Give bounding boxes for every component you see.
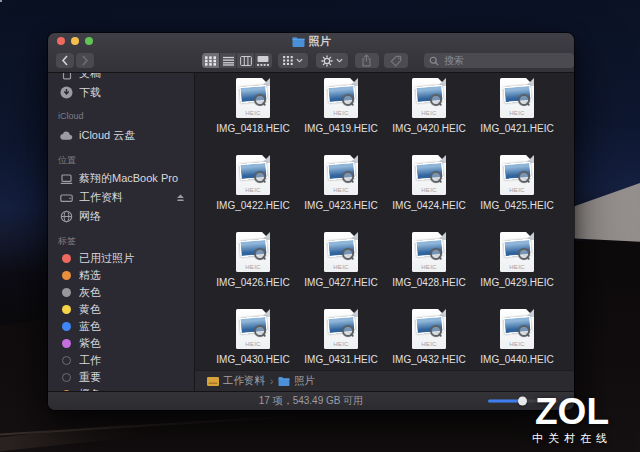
- magnifier-icon: [518, 171, 530, 183]
- sidebar-tag-item[interactable]: 紫色: [48, 335, 194, 352]
- sidebar-section-header: iCloud: [58, 111, 194, 123]
- sidebar-tag-item[interactable]: 工作: [48, 352, 194, 369]
- sidebar-section-header: 位置: [58, 154, 194, 166]
- heic-file-icon: HEIC: [412, 309, 446, 349]
- file-item[interactable]: HEICIMG_0421.HEIC: [473, 77, 561, 154]
- file-name: IMG_0422.HEIC: [216, 200, 289, 211]
- file-item[interactable]: HEICIMG_0432.HEIC: [385, 308, 473, 370]
- file-item[interactable]: HEICIMG_0420.HEIC: [385, 77, 473, 154]
- laptop-icon: [60, 172, 73, 185]
- sidebar-item[interactable]: 文稿: [48, 73, 194, 83]
- magnifier-icon: [518, 94, 530, 106]
- heic-file-icon: HEIC: [500, 155, 534, 195]
- doc-ext-label: HEIC: [412, 264, 446, 270]
- heic-file-icon: HEIC: [500, 78, 534, 118]
- sidebar-item[interactable]: 蔡翔的MacBook Pro: [48, 169, 194, 188]
- file-name: IMG_0427.HEIC: [304, 277, 377, 288]
- sidebar-tag-item[interactable]: 蓝色: [48, 318, 194, 335]
- file-item[interactable]: HEICIMG_0425.HEIC: [473, 154, 561, 231]
- eject-icon[interactable]: [175, 193, 186, 203]
- tag-color-dot: [62, 305, 71, 314]
- sidebar-item-label: 紫色: [79, 336, 186, 351]
- list-view-button[interactable]: [220, 53, 238, 68]
- magnifier-icon: [430, 171, 442, 183]
- sidebar-tag-item[interactable]: 重要: [48, 369, 194, 386]
- magnifier-icon: [342, 325, 354, 337]
- group-button[interactable]: [278, 53, 308, 68]
- icon-view-button[interactable]: [202, 53, 220, 68]
- zol-watermark: ZOL 中关村在线: [512, 394, 632, 446]
- files-grid: HEICIMG_0418.HEICHEICIMG_0419.HEICHEICIM…: [195, 73, 574, 370]
- path-item-label: 照片: [294, 374, 315, 388]
- view-mode-control: [202, 53, 272, 68]
- column-view-button[interactable]: [237, 53, 255, 68]
- sidebar-item[interactable]: 工作资料: [48, 188, 194, 207]
- file-name: IMG_0426.HEIC: [216, 277, 289, 288]
- action-button[interactable]: [316, 53, 348, 68]
- sidebar-item-label: 工作: [79, 353, 186, 368]
- sidebar-item-label: 网络: [79, 209, 186, 224]
- doc-ext-label: HEIC: [236, 187, 270, 193]
- heic-file-icon: HEIC: [324, 232, 358, 272]
- sidebar-item[interactable]: iCloud 云盘: [48, 126, 194, 145]
- file-item[interactable]: HEICIMG_0426.HEIC: [209, 231, 297, 308]
- sidebar: 文稿下载iCloudiCloud 云盘位置蔡翔的MacBook Pro工作资料网…: [48, 73, 195, 391]
- tag-button[interactable]: [384, 53, 408, 68]
- file-item[interactable]: HEICIMG_0430.HEIC: [209, 308, 297, 370]
- desktop: 照片: [0, 0, 640, 452]
- tag-color-dot: [62, 322, 71, 331]
- file-item[interactable]: HEICIMG_0428.HEIC: [385, 231, 473, 308]
- magnifier-icon: [518, 248, 530, 260]
- file-name: IMG_0418.HEIC: [216, 123, 289, 134]
- file-item[interactable]: HEICIMG_0422.HEIC: [209, 154, 297, 231]
- cloud-icon: [60, 129, 73, 142]
- magnifier-icon: [254, 94, 266, 106]
- path-item-parent[interactable]: 工作资料: [207, 374, 265, 388]
- file-item[interactable]: HEICIMG_0431.HEIC: [297, 308, 385, 370]
- sidebar-tag-item[interactable]: 黄色: [48, 301, 194, 318]
- magnifier-icon: [430, 94, 442, 106]
- search-input[interactable]: [442, 54, 569, 67]
- sidebar-item-label: 下载: [79, 85, 186, 100]
- magnifier-icon: [342, 171, 354, 183]
- heic-file-icon: HEIC: [236, 155, 270, 195]
- file-name: IMG_0430.HEIC: [216, 354, 289, 365]
- sidebar-tag-item[interactable]: 灰色: [48, 284, 194, 301]
- tag-color-dot: [62, 339, 71, 348]
- tag-color-dot: [62, 288, 71, 297]
- window-title: 照片: [48, 33, 574, 49]
- document-icon: [60, 73, 73, 80]
- back-button[interactable]: [56, 53, 74, 68]
- titlebar[interactable]: 照片: [48, 33, 574, 49]
- heic-file-icon: HEIC: [324, 155, 358, 195]
- heic-file-icon: HEIC: [324, 309, 358, 349]
- path-separator: ›: [270, 376, 273, 387]
- sidebar-item-label: 工作资料: [79, 190, 169, 205]
- sidebar-item-label: 黄色: [79, 302, 186, 317]
- file-name: IMG_0432.HEIC: [392, 354, 465, 365]
- tag-color-dot: [62, 356, 71, 365]
- file-item[interactable]: HEICIMG_0423.HEIC: [297, 154, 385, 231]
- sidebar-item[interactable]: 下载: [48, 83, 194, 102]
- chevron-down-icon: [296, 58, 303, 63]
- file-name: IMG_0421.HEIC: [480, 123, 553, 134]
- file-item[interactable]: HEICIMG_0418.HEIC: [209, 77, 297, 154]
- tag-icon: [390, 55, 402, 67]
- file-item[interactable]: HEICIMG_0427.HEIC: [297, 231, 385, 308]
- doc-ext-label: HEIC: [324, 187, 358, 193]
- sidebar-item[interactable]: 网络: [48, 207, 194, 226]
- sidebar-tag-item[interactable]: 精选: [48, 267, 194, 284]
- path-item-current[interactable]: 照片: [278, 374, 315, 388]
- heic-file-icon: HEIC: [500, 309, 534, 349]
- file-item[interactable]: HEICIMG_0419.HEIC: [297, 77, 385, 154]
- file-item[interactable]: HEICIMG_0424.HEIC: [385, 154, 473, 231]
- gallery-view-button[interactable]: [255, 53, 272, 68]
- forward-button[interactable]: [76, 53, 94, 68]
- sidebar-tag-item[interactable]: 已用过照片: [48, 250, 194, 267]
- zol-subtitle: 中关村在线: [512, 431, 632, 446]
- gear-icon: [321, 55, 333, 67]
- drive-yellow-icon: [207, 377, 219, 386]
- share-button[interactable]: [355, 53, 379, 68]
- file-item[interactable]: HEICIMG_0429.HEIC: [473, 231, 561, 308]
- file-item[interactable]: HEICIMG_0440.HEIC: [473, 308, 561, 370]
